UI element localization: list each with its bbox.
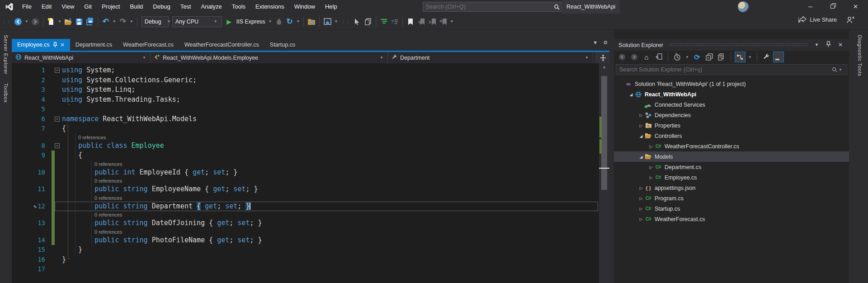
code-editor[interactable]: 1−using System;2using System.Collections… <box>12 63 599 283</box>
selection-mode-icon[interactable] <box>352 16 363 28</box>
menu-debug[interactable]: Debug <box>148 0 175 14</box>
platform-combobox[interactable]: Any CPU▼ <box>172 16 222 27</box>
show-all-files-icon[interactable] <box>716 52 727 62</box>
expander-closed-icon[interactable]: ▷ <box>648 165 654 170</box>
user-avatar[interactable] <box>738 1 749 12</box>
menu-edit[interactable]: Edit <box>37 0 57 14</box>
tree-item-react-withwebapi[interactable]: ◢React_WithWebApi <box>614 89 849 99</box>
fold-collapse-icon[interactable]: − <box>55 68 60 73</box>
expander-open-icon[interactable]: ◢ <box>638 134 644 138</box>
split-window-icon[interactable] <box>596 52 609 63</box>
document-tab-department.cs[interactable]: Department.cs <box>70 39 118 51</box>
expander-closed-icon[interactable]: ▷ <box>638 196 644 201</box>
expander-closed-icon[interactable]: ▷ <box>638 217 644 222</box>
tree-item-appsettings.json[interactable]: ▷{ }appsettings.json <box>614 183 849 193</box>
codelens-references[interactable]: 0 references <box>78 135 106 140</box>
comment-lines-icon[interactable]: ? <box>389 16 400 28</box>
expander-open-icon[interactable]: ◢ <box>638 155 644 159</box>
pending-changes-filter-icon[interactable] <box>672 52 683 62</box>
close-tab-icon[interactable]: ✕ <box>61 42 65 48</box>
format-document-icon[interactable] <box>378 16 389 28</box>
copy-document-icon[interactable] <box>363 16 373 28</box>
expander-closed-icon[interactable]: ▷ <box>648 144 654 149</box>
filter-dropdown-icon[interactable]: ▼ <box>684 55 690 59</box>
toolbar-grip[interactable]: ⋮⋮ <box>2 19 11 24</box>
document-tab-employee.cs[interactable]: Employee.cs✕ <box>12 39 70 51</box>
hot-reload-icon[interactable] <box>274 16 284 28</box>
live-share-control[interactable]: Live Share <box>798 16 855 24</box>
restart-dropdown-icon[interactable]: ▼ <box>295 19 302 24</box>
undo-icon[interactable]: ↶ <box>100 16 111 28</box>
expander-open-icon[interactable]: ◢ <box>628 92 634 97</box>
solution-search-input[interactable] <box>619 66 832 73</box>
pin-icon[interactable] <box>824 41 833 48</box>
menu-test[interactable]: Test <box>175 0 196 14</box>
start-debugging-icon[interactable]: ▶ <box>224 16 235 28</box>
browser-link-icon[interactable] <box>322 16 333 28</box>
undo-dropdown-icon[interactable]: ▼ <box>111 19 118 24</box>
document-tab-startup.cs[interactable]: Startup.cs <box>264 39 301 51</box>
menu-view[interactable]: View <box>57 0 79 14</box>
properties-wrench-icon[interactable] <box>761 52 772 62</box>
codelens-references[interactable]: 0 references <box>94 212 122 217</box>
panel-drag-grip[interactable] <box>669 43 807 47</box>
fold-collapse-icon[interactable]: − <box>55 117 60 122</box>
window-position-dropdown-icon[interactable]: ▼ <box>813 42 821 47</box>
navigate-forward-icon[interactable] <box>30 16 41 28</box>
tree-item-models[interactable]: ◢Models <box>614 151 849 162</box>
home-icon[interactable]: ⌂ <box>641 52 652 62</box>
tree-item-weatherforecastcontroller.cs[interactable]: ▷C#WeatherForecastController.cs <box>614 141 849 151</box>
redo-icon[interactable]: ↷ <box>118 16 128 28</box>
configuration-combobox[interactable]: Debug▼ <box>142 16 169 27</box>
solution-explorer-header[interactable]: Solution Explorer ▼ ✕ <box>614 39 849 51</box>
bookmark-icon[interactable] <box>405 16 416 28</box>
menu-file[interactable]: File <box>17 0 37 14</box>
solution-search-box[interactable]: ▼ <box>616 64 847 75</box>
clear-bookmarks-icon[interactable] <box>438 16 448 28</box>
sync-with-active-document-icon[interactable] <box>735 52 745 62</box>
tool-window-tab-server-explorer[interactable]: Server Explorer <box>3 30 9 79</box>
tree-item-weatherforecast.cs[interactable]: ▷C#WeatherForecast.cs <box>614 214 849 224</box>
refresh-icon[interactable]: ⟳ <box>692 52 703 62</box>
bookmark-overflow-icon[interactable]: ▼ <box>448 19 455 24</box>
switch-views-icon[interactable] <box>653 52 664 62</box>
active-files-dropdown-icon[interactable]: ▼ <box>593 40 598 46</box>
search-input[interactable] <box>426 4 554 10</box>
expander-closed-icon[interactable]: ▷ <box>648 175 654 180</box>
menu-help[interactable]: Help <box>320 0 342 14</box>
document-tab-weatherforecast.cs[interactable]: WeatherForecast.cs <box>118 39 179 51</box>
restart-icon[interactable]: ↻ <box>284 16 295 28</box>
breadcrumb-project[interactable]: React_WithWebApi▼ <box>12 52 151 63</box>
navigate-back-icon[interactable] <box>13 16 24 28</box>
menu-tools[interactable]: Tools <box>227 0 250 14</box>
next-bookmark-icon[interactable] <box>427 16 438 28</box>
save-all-icon[interactable] <box>85 16 95 28</box>
search-options-dropdown-icon[interactable]: ▼ <box>837 68 844 72</box>
tree-item-employee.cs[interactable]: ▷C#Employee.cs <box>614 172 849 183</box>
expander-closed-icon[interactable]: ▷ <box>638 123 644 128</box>
tree-item-connected-services[interactable]: ☁Connected Services <box>614 99 849 110</box>
sync-dropdown-icon[interactable]: ▼ <box>747 55 753 59</box>
breadcrumb-member[interactable]: Department▼ <box>388 52 593 63</box>
expander-closed-icon[interactable]: ▷ <box>638 186 644 190</box>
expander-closed-icon[interactable]: ▷ <box>638 207 644 211</box>
editor-vertical-scrollbar[interactable]: ▲ <box>599 63 609 283</box>
run-target-dropdown-icon[interactable]: ▼ <box>267 19 274 24</box>
quick-search-box[interactable] <box>423 2 563 12</box>
restore-button[interactable] <box>823 0 843 14</box>
tool-window-tab-toolbox[interactable]: Toolbox <box>3 79 9 107</box>
codelens-references[interactable]: 0 references <box>94 229 122 235</box>
fold-collapse-icon[interactable]: − <box>55 143 60 148</box>
forward-icon[interactable] <box>629 52 640 62</box>
scrollbar-thumb[interactable] <box>601 76 607 190</box>
document-tab-weatherforecastcontroller.cs[interactable]: WeatherForecastController.cs <box>179 39 264 51</box>
menu-project[interactable]: Project <box>97 0 125 14</box>
run-target-label[interactable]: IIS Express <box>236 19 265 25</box>
close-panel-icon[interactable]: ✕ <box>836 42 844 48</box>
participants-icon[interactable] <box>846 16 855 24</box>
new-file-dropdown-icon[interactable]: ▼ <box>57 19 63 24</box>
menu-analyze[interactable]: Analyze <box>196 0 226 14</box>
minimize-button[interactable]: ─ <box>800 0 821 14</box>
tree-item-program.cs[interactable]: ▷C#Program.cs <box>614 193 849 203</box>
breadcrumb-dropdown-icon[interactable]: ▼ <box>141 56 147 60</box>
